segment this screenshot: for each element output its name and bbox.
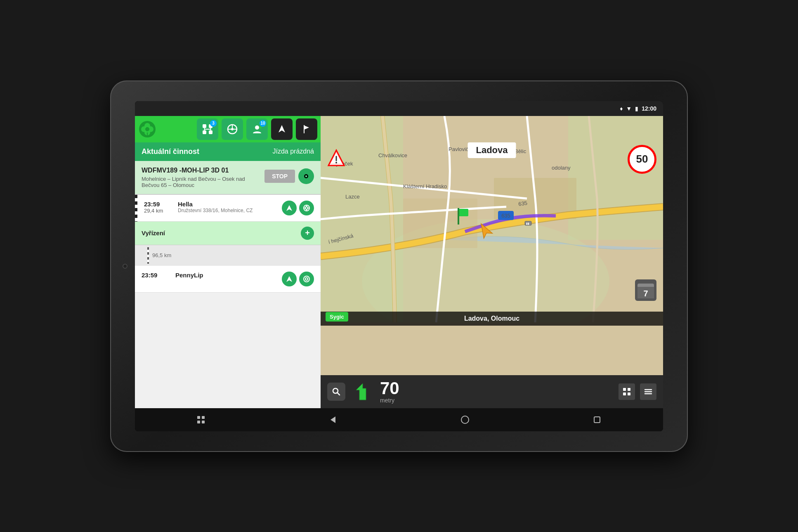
svg-rect-71 — [623, 392, 626, 395]
stop-button[interactable]: STOP — [264, 170, 295, 183]
svg-text:Chválkovice: Chválkovice — [378, 152, 407, 158]
svg-point-5 — [145, 127, 149, 131]
nav-navigate-btn[interactable] — [271, 118, 293, 140]
stop1-dist: 29,4 km — [144, 208, 173, 214]
main-route-item: WDFMV189 -MOH-LIP 3D 01 Mohelnice – Lipn… — [135, 161, 321, 195]
svg-marker-80 — [331, 416, 335, 423]
main-content: 3 — [135, 116, 663, 408]
location-text: Ladova, Olomouc — [327, 315, 656, 322]
menu-button[interactable] — [640, 383, 656, 400]
nav-connections-btn[interactable]: 3 — [197, 118, 218, 140]
nav-steering-btn[interactable] — [222, 118, 243, 140]
svg-text:Bělic: Bělic — [515, 148, 526, 154]
svg-text:Klášterní Hradisko: Klášterní Hradisko — [403, 183, 447, 189]
android-nav-bar — [135, 408, 663, 431]
stop2-time: 23:59 — [142, 272, 170, 279]
street-name: Ladova — [476, 145, 508, 155]
stop1-navigate-btn[interactable] — [282, 201, 297, 215]
svg-rect-79 — [202, 421, 205, 423]
calendar-day: 7 — [643, 289, 648, 298]
stop2-name: PennyLip — [175, 272, 277, 279]
stop1-target-btn[interactable] — [299, 201, 314, 215]
svg-marker-35 — [286, 276, 292, 282]
connections-badge: 3 — [210, 120, 217, 127]
distance-display: 70 metry — [380, 380, 399, 404]
svg-text:635: 635 — [518, 200, 528, 207]
left-main-area: WDFMV189 -MOH-LIP 3D 01 Mohelnice – Lipn… — [135, 161, 321, 408]
android-recent-btn[interactable] — [588, 411, 606, 429]
svg-rect-77 — [202, 416, 205, 419]
stop2-target-btn[interactable] — [299, 272, 314, 286]
svg-rect-76 — [197, 416, 200, 419]
svg-rect-57 — [458, 208, 459, 225]
grid-button[interactable] — [619, 383, 635, 400]
activity-bar: Aktuální činnost Jízda prázdná — [135, 142, 321, 161]
distance-number: 70 — [380, 380, 399, 397]
street-name-overlay: Ladova — [467, 142, 516, 158]
calendar-overlay: 7 — [635, 279, 656, 301]
svg-text:odolany: odolany — [552, 165, 571, 171]
km-separator: 96,5 km — [135, 245, 321, 266]
activity-status: Jízda prázdná — [272, 148, 314, 155]
svg-text:635: 635 — [501, 213, 510, 219]
map-area[interactable]: 635 Tyneček Chválkovice Pavlovičky Bělic… — [321, 116, 663, 375]
speed-limit-value: 50 — [636, 153, 648, 166]
svg-point-19 — [255, 125, 259, 130]
svg-line-68 — [337, 392, 340, 395]
distance-unit: metry — [380, 397, 394, 404]
km-value: 96,5 km — [152, 252, 171, 258]
map-bottom-bar: 70 metry — [321, 375, 663, 408]
stop1-info: Hella Družstevní 338/16, Mohelnice, CZ — [178, 201, 277, 213]
stop2-time-dist: 23:59 — [142, 272, 170, 279]
svg-point-27 — [306, 176, 307, 177]
app-logo — [138, 120, 156, 138]
add-resolution-btn[interactable]: + — [301, 227, 314, 240]
search-button[interactable] — [327, 383, 345, 401]
svg-marker-23 — [304, 125, 309, 130]
svg-rect-6 — [147, 132, 148, 136]
location-icon: ♦ — [620, 105, 623, 112]
svg-point-15 — [231, 128, 234, 130]
user-badge: 10 — [260, 120, 266, 127]
stop1-item: 23:59 29,4 km Hella Družstevní 338/16, M… — [135, 195, 321, 222]
android-home-btn[interactable] — [456, 411, 474, 429]
svg-point-36 — [304, 276, 309, 282]
speed-limit-sign: 50 — [628, 145, 656, 174]
svg-text:Lazce: Lazce — [345, 194, 360, 200]
svg-rect-70 — [628, 388, 630, 391]
svg-rect-72 — [628, 392, 630, 395]
nav-flag-btn[interactable] — [296, 118, 317, 140]
activity-label: Aktuální činnost — [142, 147, 199, 156]
stop1-actions — [282, 201, 314, 215]
tablet-device: ♦ ▼ ▮ 12:00 — [110, 80, 688, 452]
stop2-navigate-btn[interactable] — [282, 272, 297, 286]
svg-point-63 — [335, 162, 337, 163]
svg-text:▮▮: ▮▮ — [526, 222, 529, 225]
resolution-label: Vyřízení — [142, 229, 165, 236]
svg-rect-78 — [197, 421, 200, 423]
stop1-name: Hella — [178, 201, 277, 208]
route-title: WDFMV189 -MOH-LIP 3D 01 — [142, 167, 261, 174]
svg-point-37 — [305, 278, 308, 280]
sygic-text: Sygic — [326, 312, 348, 322]
android-apps-btn[interactable] — [192, 411, 210, 429]
nav-user-btn[interactable]: 10 — [246, 118, 268, 140]
svg-point-30 — [305, 207, 308, 209]
svg-rect-56 — [458, 209, 468, 216]
svg-rect-7 — [203, 124, 206, 128]
stop2-actions — [282, 272, 314, 286]
svg-marker-21 — [279, 125, 285, 132]
svg-rect-40 — [568, 116, 663, 240]
left-panel: 3 — [135, 116, 321, 408]
status-bar: ♦ ▼ ▮ 12:00 — [135, 101, 663, 116]
svg-point-81 — [461, 416, 469, 423]
resolution-item: Vyřízení + — [135, 222, 321, 245]
route-go-btn[interactable] — [298, 168, 314, 184]
sygic-logo: Sygic — [326, 312, 348, 322]
svg-rect-10 — [209, 130, 212, 134]
turn-direction-icon — [350, 379, 375, 404]
right-panel: 635 Tyneček Chválkovice Pavlovičky Bělic… — [321, 116, 663, 408]
svg-rect-9 — [203, 130, 206, 134]
android-back-btn[interactable] — [324, 411, 342, 429]
svg-rect-69 — [623, 388, 626, 391]
